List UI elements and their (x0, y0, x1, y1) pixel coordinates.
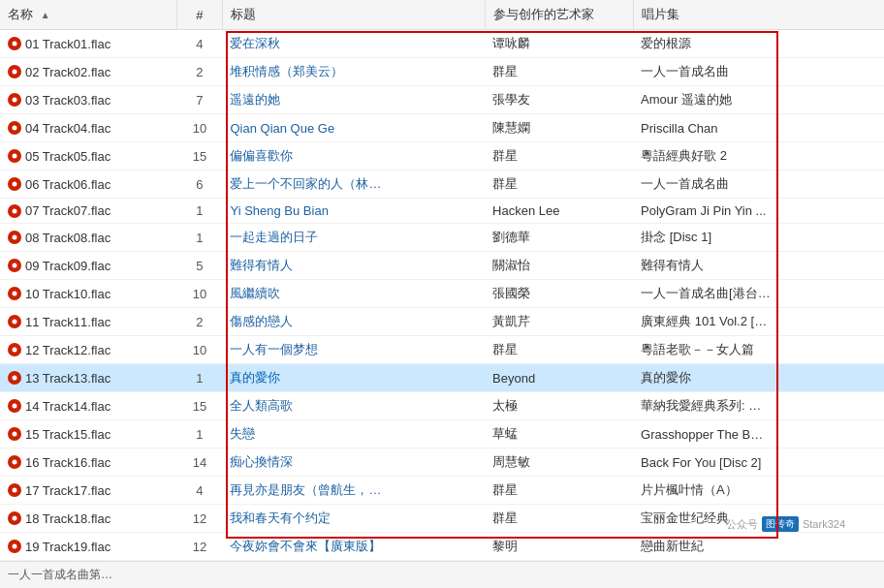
cell-title: 堆积情感（郑美云） (222, 58, 485, 86)
col-header-name[interactable]: 名称 ▲ (0, 0, 176, 30)
cell-filename: 15 Track15.flac (0, 420, 176, 449)
cell-artist: 周慧敏 (485, 449, 633, 477)
cell-filename: 02 Track02.flac (0, 58, 176, 86)
cell-artist: Beyond (485, 364, 633, 392)
table-row[interactable]: 19 Track19.flac12今夜妳會不會來【廣東版】黎明戀曲新世紀 (0, 533, 884, 561)
table-row[interactable]: 15 Track15.flac1失戀草蜢Grasshopper The B… (0, 420, 884, 449)
cell-album: 一人一首成名曲 (633, 58, 884, 86)
cell-artist: 黎明 (485, 533, 633, 561)
table-row[interactable]: 08 Track08.flac1一起走過的日子劉德華掛念 [Disc 1] (0, 224, 884, 252)
track-icon (8, 540, 21, 553)
watermark-suffix: Stark324 (803, 518, 845, 530)
cell-filename: 13 Track13.flac (0, 364, 176, 392)
track-list: 01 Track01.flac4爱在深秋谭咏麟爱的根源02 Track02.fl… (0, 30, 884, 562)
cell-number: 4 (176, 30, 222, 58)
cell-title: 偏偏喜歡你 (222, 142, 485, 170)
cell-filename: 07 Track07.flac (0, 199, 176, 224)
track-icon (8, 511, 21, 525)
cell-number: 1 (176, 199, 222, 224)
cell-filename: 06 Track06.flac (0, 170, 176, 199)
table-row[interactable]: 16 Track16.flac14痴心換情深周慧敏Back For You [D… (0, 449, 884, 477)
cell-number: 1 (176, 224, 222, 252)
cell-number: 14 (176, 449, 222, 477)
cell-title: 爱上一个不回家的人（林… (222, 170, 485, 199)
cell-title: 我是不是該靜靜的走開 (222, 561, 485, 562)
table-row[interactable]: 20 Track20.flac1我是不是該靜靜的走開郭富城同名專輯 (0, 561, 884, 562)
track-table: 名称 ▲ # 标题 参与创作的艺术家 唱片集 (0, 0, 884, 561)
table-row[interactable]: 01 Track01.flac4爱在深秋谭咏麟爱的根源 (0, 30, 884, 58)
cell-artist: 張學友 (485, 86, 633, 114)
cell-album: Priscilla Chan (633, 114, 884, 142)
cell-filename: 16 Track16.flac (0, 449, 176, 477)
track-icon (8, 177, 21, 191)
cell-filename: 18 Track18.flac (0, 505, 176, 533)
cell-album: 粵語經典好歌 2 (633, 142, 884, 170)
table-row[interactable]: 05 Track05.flac15偏偏喜歡你群星粵語經典好歌 2 (0, 142, 884, 170)
cell-filename: 12 Track12.flac (0, 336, 176, 364)
cell-artist: 劉德華 (485, 224, 633, 252)
watermark-label: 公众号 (726, 517, 758, 532)
cell-title: 再見亦是朋友（曾航生，… (222, 477, 485, 505)
cell-album: 廣東經典 101 Vol.2 [… (633, 308, 884, 336)
cell-artist: Hacken Lee (485, 199, 633, 224)
cell-album: 爱的根源 (633, 30, 884, 58)
cell-album: Grasshopper The B… (633, 420, 884, 449)
table-row[interactable]: 17 Track17.flac4再見亦是朋友（曾航生，…群星片片楓叶情（A） (0, 477, 884, 505)
cell-album: 戀曲新世紀 (633, 533, 884, 561)
cell-number: 12 (176, 505, 222, 533)
track-icon (8, 149, 21, 163)
cell-artist: 群星 (485, 58, 633, 86)
table-row[interactable]: 09 Track09.flac5難得有情人關淑怡難得有情人 (0, 252, 884, 280)
table-row[interactable]: 10 Track10.flac10風繼續吹張國榮一人一首成名曲[港台… (0, 280, 884, 308)
table-row[interactable]: 13 Track13.flac1真的愛你Beyond真的愛你 (0, 364, 884, 392)
cell-filename: 04 Track04.flac (0, 114, 176, 142)
cell-number: 10 (176, 280, 222, 308)
cell-artist: 黃凱芹 (485, 308, 633, 336)
cell-artist: 陳慧嫻 (485, 114, 633, 142)
table-row[interactable]: 03 Track03.flac7遥遠的她張學友Amour 遥遠的她 (0, 86, 884, 114)
track-icon (8, 427, 21, 441)
footer-bar: 一人一首成名曲第… (0, 561, 884, 588)
cell-artist: 關淑怡 (485, 252, 633, 280)
cell-album: Back For You [Disc 2] (633, 449, 884, 477)
track-icon (8, 121, 21, 135)
cell-filename: 03 Track03.flac (0, 86, 176, 114)
table-row[interactable]: 07 Track07.flac1Yi Sheng Bu BianHacken L… (0, 199, 884, 224)
table-row[interactable]: 04 Track04.flac10Qian Qian Que Ge陳慧嫻Pris… (0, 114, 884, 142)
main-container: 名称 ▲ # 标题 参与创作的艺术家 唱片集 (0, 0, 884, 588)
col-header-album[interactable]: 唱片集 (633, 0, 884, 30)
cell-filename: 10 Track10.flac (0, 280, 176, 308)
col-header-number[interactable]: # (176, 0, 222, 30)
table-row[interactable]: 11 Track11.flac2傷感的戀人黃凱芹廣東經典 101 Vol.2 [… (0, 308, 884, 336)
table-wrapper: 名称 ▲ # 标题 参与创作的艺术家 唱片集 (0, 0, 884, 561)
cell-title: Yi Sheng Bu Bian (222, 199, 485, 224)
track-icon (8, 287, 21, 300)
cell-album: PolyGram Ji Pin Yin ... (633, 199, 884, 224)
table-row[interactable]: 12 Track12.flac10一人有一個梦想群星粵語老歌－－女人篇 (0, 336, 884, 364)
cell-filename: 09 Track09.flac (0, 252, 176, 280)
table-row[interactable]: 02 Track02.flac2堆积情感（郑美云）群星一人一首成名曲 (0, 58, 884, 86)
track-icon (8, 231, 21, 244)
col-header-title[interactable]: 标题 (222, 0, 485, 30)
cell-title: 真的愛你 (222, 364, 485, 392)
table-header-row: 名称 ▲ # 标题 参与创作的艺术家 唱片集 (0, 0, 884, 30)
cell-title: Qian Qian Que Ge (222, 114, 485, 142)
cell-album: 一人一首成名曲 (633, 170, 884, 199)
cell-number: 1 (176, 420, 222, 449)
cell-title: 傷感的戀人 (222, 308, 485, 336)
track-icon (8, 259, 21, 272)
col-header-artist[interactable]: 参与创作的艺术家 (485, 0, 633, 30)
cell-filename: 11 Track11.flac (0, 308, 176, 336)
cell-filename: 14 Track14.flac (0, 392, 176, 420)
track-icon (8, 483, 21, 497)
cell-number: 5 (176, 252, 222, 280)
cell-title: 難得有情人 (222, 252, 485, 280)
track-icon (8, 455, 21, 469)
cell-artist: 草蜢 (485, 420, 633, 449)
table-row[interactable]: 06 Track06.flac6爱上一个不回家的人（林…群星一人一首成名曲 (0, 170, 884, 199)
cell-title: 失戀 (222, 420, 485, 449)
cell-title: 今夜妳會不會來【廣東版】 (222, 533, 485, 561)
table-row[interactable]: 14 Track14.flac15全人類高歌太極華納我愛經典系列: … (0, 392, 884, 420)
cell-filename: 01 Track01.flac (0, 30, 176, 58)
cell-number: 7 (176, 86, 222, 114)
